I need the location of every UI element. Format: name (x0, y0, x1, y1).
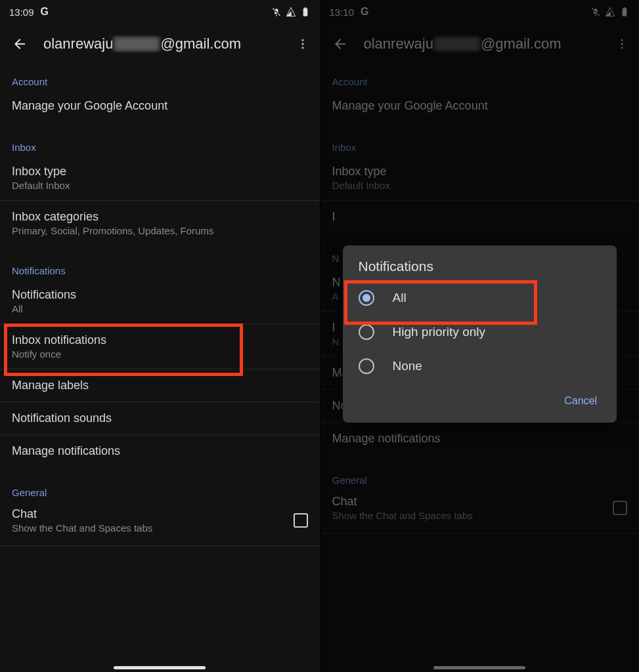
email-obscured (114, 37, 160, 51)
chat-checkbox[interactable] (294, 513, 308, 528)
dialog-actions: Cancel (343, 383, 617, 417)
chat-text: Chat Show the Chat and Spaces tabs (12, 507, 294, 534)
dnd-icon (271, 7, 282, 17)
inbox-type-sub: Default Inbox (12, 180, 308, 191)
screen-right: 13:10 G olanrewaju @gmail.com (320, 0, 640, 672)
svg-point-2 (301, 47, 303, 49)
svg-point-1 (301, 43, 303, 45)
back-button[interactable] (12, 36, 28, 52)
svg-point-0 (301, 39, 303, 41)
signal-icon (286, 7, 296, 17)
notifications-title: Notifications (12, 288, 308, 302)
inbox-notifications-sub: Notify once (12, 348, 308, 360)
screen-left: 13:09 G olanrewaju @gmail.com (0, 0, 320, 672)
nav-bar[interactable] (114, 666, 206, 669)
status-right (271, 7, 311, 17)
more-button[interactable] (295, 36, 311, 52)
battery-icon (300, 7, 311, 17)
inbox-type-title: Inbox type (12, 165, 308, 178)
google-logo-icon: G (41, 6, 49, 18)
manage-labels-item[interactable]: Manage labels (0, 369, 320, 402)
radio-label-high-priority: High priority only (393, 325, 486, 339)
section-header-notifications: Notifications (0, 253, 320, 279)
email-prefix: olanrewaju (43, 35, 113, 52)
chat-sub: Show the Chat and Spaces tabs (12, 522, 294, 534)
email-suffix: @gmail.com (160, 35, 241, 52)
inbox-categories-item[interactable]: Inbox categories Primary, Social, Promot… (0, 201, 320, 245)
inbox-notifications-title: Inbox notifications (12, 333, 308, 347)
account-email-title: olanrewaju @gmail.com (43, 35, 279, 52)
notifications-dialog: Notifications All High priority only Non… (343, 245, 617, 423)
dialog-title: Notifications (343, 259, 617, 281)
section-header-general: General (0, 475, 320, 501)
radio-label-none: None (393, 359, 422, 373)
notification-sounds-title: Notification sounds (12, 411, 308, 425)
manage-labels-title: Manage labels (12, 379, 308, 392)
status-bar: 13:09 G (0, 0, 320, 24)
manage-notifications-title: Manage notifications (12, 444, 308, 458)
radio-icon (359, 358, 374, 374)
cancel-button[interactable]: Cancel (558, 390, 604, 412)
manage-notifications-item[interactable]: Manage notifications (0, 435, 320, 467)
radio-label-all: All (393, 291, 407, 305)
notifications-item[interactable]: Notifications All (0, 279, 320, 324)
radio-option-high-priority[interactable]: High priority only (343, 315, 617, 349)
inbox-notifications-item[interactable]: Inbox notifications Notify once (0, 324, 320, 369)
notifications-sub: All (12, 303, 308, 314)
radio-option-none[interactable]: None (343, 349, 617, 383)
settings-content: Account Manage your Google Account Inbox… (0, 64, 320, 546)
chat-item[interactable]: Chat Show the Chat and Spaces tabs (0, 501, 320, 545)
divider (0, 545, 320, 546)
section-header-account: Account (0, 64, 320, 90)
chat-title: Chat (12, 507, 294, 521)
manage-account-item[interactable]: Manage your Google Account (0, 90, 320, 122)
manage-account-title: Manage your Google Account (12, 99, 308, 113)
inbox-categories-title: Inbox categories (12, 210, 308, 224)
notification-sounds-item[interactable]: Notification sounds (0, 402, 320, 434)
status-left: 13:09 G (9, 6, 49, 18)
radio-icon (359, 290, 374, 306)
section-header-inbox: Inbox (0, 130, 320, 156)
radio-option-all[interactable]: All (343, 281, 617, 315)
inbox-type-item[interactable]: Inbox type Default Inbox (0, 156, 320, 200)
inbox-categories-sub: Primary, Social, Promotions, Updates, Fo… (12, 225, 308, 236)
status-time: 13:09 (9, 7, 34, 18)
radio-icon (359, 324, 374, 340)
app-bar: olanrewaju @gmail.com (0, 24, 320, 64)
